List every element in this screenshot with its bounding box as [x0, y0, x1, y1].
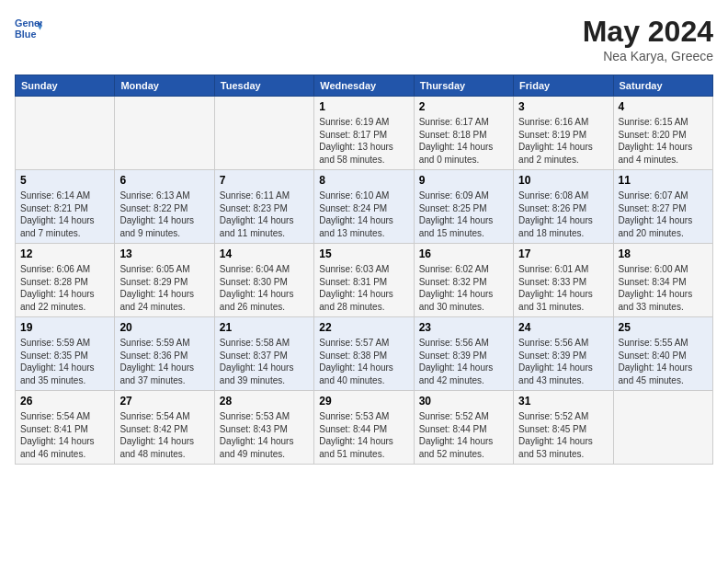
calendar-cell: 12Sunrise: 6:06 AMSunset: 8:28 PMDayligh… — [16, 244, 115, 317]
day-info: Sunrise: 5:56 AMSunset: 8:39 PMDaylight:… — [419, 337, 508, 386]
day-info: Sunrise: 5:54 AMSunset: 8:42 PMDaylight:… — [119, 410, 209, 460]
weekday-header-tuesday: Tuesday — [214, 75, 313, 97]
calendar-cell: 8Sunrise: 6:10 AMSunset: 8:24 PMDaylight… — [314, 170, 414, 244]
calendar-cell: 23Sunrise: 5:56 AMSunset: 8:39 PMDayligh… — [414, 317, 513, 391]
calendar-cell: 30Sunrise: 5:52 AMSunset: 8:44 PMDayligh… — [414, 391, 513, 465]
info-line: Sunrise: 6:11 AM — [220, 190, 309, 202]
info-line: Sunrise: 5:55 AM — [619, 337, 708, 350]
day-number: 27 — [119, 395, 209, 408]
day-info: Sunrise: 6:08 AMSunset: 8:26 PMDaylight:… — [518, 190, 608, 239]
calendar-cell: 19Sunrise: 5:59 AMSunset: 8:35 PMDayligh… — [16, 317, 115, 391]
info-line: Sunrise: 6:03 AM — [319, 263, 408, 276]
calendar-cell: 10Sunrise: 6:08 AMSunset: 8:26 PMDayligh… — [514, 170, 613, 244]
calendar-week-row: 19Sunrise: 5:59 AMSunset: 8:35 PMDayligh… — [16, 317, 713, 391]
info-line: Sunrise: 6:06 AM — [20, 263, 109, 276]
info-line: Sunrise: 6:19 AM — [319, 116, 408, 129]
calendar-cell: 25Sunrise: 5:55 AMSunset: 8:40 PMDayligh… — [613, 317, 712, 391]
calendar-cell: 28Sunrise: 5:53 AMSunset: 8:43 PMDayligh… — [214, 391, 313, 465]
day-number: 5 — [20, 174, 109, 187]
info-line: Sunrise: 6:00 AM — [619, 263, 708, 276]
calendar-cell: 14Sunrise: 6:04 AMSunset: 8:30 PMDayligh… — [214, 244, 313, 317]
info-line: Sunset: 8:24 PM — [319, 202, 408, 215]
calendar-cell: 31Sunrise: 5:52 AMSunset: 8:45 PMDayligh… — [514, 391, 613, 465]
month-title: May 2024 — [583, 15, 713, 49]
day-info: Sunrise: 6:11 AMSunset: 8:23 PMDaylight:… — [220, 190, 309, 239]
day-number: 9 — [419, 174, 508, 187]
info-line: Daylight: 14 hours and 30 minutes. — [419, 288, 508, 313]
info-line: Sunset: 8:36 PM — [119, 350, 209, 362]
info-line: Sunset: 8:40 PM — [619, 350, 708, 362]
calendar-cell: 24Sunrise: 5:56 AMSunset: 8:39 PMDayligh… — [514, 317, 613, 391]
calendar-cell — [16, 97, 115, 170]
info-line: Sunset: 8:44 PM — [419, 423, 508, 436]
day-number: 13 — [119, 247, 209, 260]
calendar-cell: 2Sunrise: 6:17 AMSunset: 8:18 PMDaylight… — [414, 97, 513, 170]
calendar-cell: 4Sunrise: 6:15 AMSunset: 8:20 PMDaylight… — [613, 97, 712, 170]
info-line: Sunrise: 6:02 AM — [419, 263, 508, 276]
day-number: 11 — [619, 174, 708, 187]
info-line: Sunset: 8:39 PM — [419, 350, 508, 362]
info-line: Sunrise: 6:17 AM — [419, 116, 508, 129]
calendar-cell: 21Sunrise: 5:58 AMSunset: 8:37 PMDayligh… — [214, 317, 313, 391]
day-info: Sunrise: 5:55 AMSunset: 8:40 PMDaylight:… — [619, 337, 708, 386]
info-line: Sunrise: 6:07 AM — [619, 190, 708, 202]
calendar-week-row: 12Sunrise: 6:06 AMSunset: 8:28 PMDayligh… — [16, 244, 713, 317]
weekday-header-wednesday: Wednesday — [314, 75, 414, 97]
info-line: Sunrise: 6:14 AM — [20, 190, 109, 202]
info-line: Sunset: 8:37 PM — [220, 350, 309, 362]
location: Nea Karya, Greece — [583, 49, 713, 63]
calendar-cell: 27Sunrise: 5:54 AMSunset: 8:42 PMDayligh… — [115, 391, 214, 465]
day-number: 12 — [20, 247, 109, 260]
info-line: Sunrise: 5:54 AM — [20, 410, 109, 423]
day-info: Sunrise: 6:17 AMSunset: 8:18 PMDaylight:… — [419, 116, 508, 166]
logo-icon: General Blue — [15, 15, 42, 42]
day-info: Sunrise: 5:52 AMSunset: 8:44 PMDaylight:… — [419, 410, 508, 460]
day-info: Sunrise: 6:19 AMSunset: 8:17 PMDaylight:… — [319, 116, 408, 166]
weekday-header-row: SundayMondayTuesdayWednesdayThursdayFrid… — [16, 75, 713, 97]
calendar-week-row: 5Sunrise: 6:14 AMSunset: 8:21 PMDaylight… — [16, 170, 713, 244]
weekday-header-saturday: Saturday — [613, 75, 712, 97]
info-line: Sunrise: 6:15 AM — [619, 116, 708, 129]
day-info: Sunrise: 6:14 AMSunset: 8:21 PMDaylight:… — [20, 190, 109, 239]
day-info: Sunrise: 5:53 AMSunset: 8:44 PMDaylight:… — [319, 410, 408, 460]
info-line: Daylight: 13 hours and 58 minutes. — [319, 141, 408, 166]
day-info: Sunrise: 6:03 AMSunset: 8:31 PMDaylight:… — [319, 263, 408, 313]
info-line: Sunset: 8:45 PM — [518, 423, 608, 436]
calendar-cell: 17Sunrise: 6:01 AMSunset: 8:33 PMDayligh… — [514, 244, 613, 317]
info-line: Sunrise: 5:57 AM — [319, 337, 408, 350]
day-number: 31 — [518, 395, 608, 408]
info-line: Daylight: 14 hours and 49 minutes. — [220, 435, 309, 460]
info-line: Sunset: 8:19 PM — [518, 129, 608, 142]
day-info: Sunrise: 6:07 AMSunset: 8:27 PMDaylight:… — [619, 190, 708, 239]
calendar-cell: 16Sunrise: 6:02 AMSunset: 8:32 PMDayligh… — [414, 244, 513, 317]
calendar-table: SundayMondayTuesdayWednesdayThursdayFrid… — [15, 75, 713, 465]
info-line: Daylight: 14 hours and 45 minutes. — [619, 362, 708, 386]
day-number: 17 — [518, 247, 608, 260]
info-line: Daylight: 14 hours and 7 minutes. — [20, 214, 109, 239]
info-line: Daylight: 14 hours and 26 minutes. — [220, 288, 309, 313]
day-number: 4 — [619, 100, 708, 113]
calendar-cell: 5Sunrise: 6:14 AMSunset: 8:21 PMDaylight… — [16, 170, 115, 244]
info-line: Sunrise: 6:10 AM — [319, 190, 408, 202]
info-line: Daylight: 14 hours and 39 minutes. — [220, 362, 309, 386]
logo: General Blue — [15, 15, 42, 42]
day-info: Sunrise: 5:59 AMSunset: 8:35 PMDaylight:… — [20, 337, 109, 386]
info-line: Sunset: 8:38 PM — [319, 350, 408, 362]
calendar-week-row: 26Sunrise: 5:54 AMSunset: 8:41 PMDayligh… — [16, 391, 713, 465]
day-number: 6 — [119, 174, 209, 187]
day-number: 16 — [419, 247, 508, 260]
day-number: 20 — [119, 321, 209, 334]
info-line: Sunset: 8:42 PM — [119, 423, 209, 436]
info-line: Sunset: 8:21 PM — [20, 202, 109, 215]
calendar-cell: 9Sunrise: 6:09 AMSunset: 8:25 PMDaylight… — [414, 170, 513, 244]
info-line: Sunset: 8:18 PM — [419, 129, 508, 142]
info-line: Daylight: 14 hours and 42 minutes. — [419, 362, 508, 386]
calendar-cell — [214, 97, 313, 170]
day-info: Sunrise: 6:16 AMSunset: 8:19 PMDaylight:… — [518, 116, 608, 166]
calendar-cell: 15Sunrise: 6:03 AMSunset: 8:31 PMDayligh… — [314, 244, 414, 317]
info-line: Daylight: 14 hours and 22 minutes. — [20, 288, 109, 313]
info-line: Sunset: 8:27 PM — [619, 202, 708, 215]
info-line: Sunset: 8:17 PM — [319, 129, 408, 142]
day-number: 18 — [619, 247, 708, 260]
info-line: Daylight: 14 hours and 2 minutes. — [518, 141, 608, 166]
